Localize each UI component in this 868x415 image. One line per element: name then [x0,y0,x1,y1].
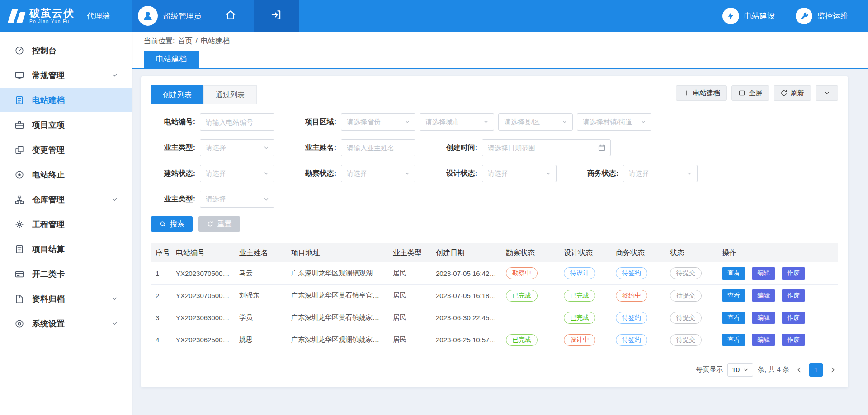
cell-index: 2 [151,284,171,307]
cell-created: 2023-06-30 22:45:57 [431,307,501,329]
sidebar-item-project-initiation[interactable]: 项目立项 [0,112,132,137]
owner-type-select[interactable]: 请选择 [200,139,274,156]
owner-type2-select[interactable]: 请选择 [200,191,274,208]
edit-button[interactable]: 编辑 [752,289,775,302]
owner-type-label: 业主类型: [151,143,195,153]
calculator-icon [14,244,25,255]
dashboard-icon [14,45,25,56]
county-select[interactable]: 请选择县/区 [498,113,573,131]
cell-survey-status: 勘察中 [501,262,559,284]
col-business-status: 商务状态 [611,243,665,262]
sidebar-item-console[interactable]: 控制台 [0,38,132,63]
tab-station-filing[interactable]: 电站建档 [144,51,199,68]
station-build-action[interactable]: 电站建设 [722,8,775,24]
business-status-select[interactable]: 请选择 [623,165,698,182]
void-button[interactable]: 作废 [782,312,805,324]
sidebar: 控制台 常规管理 电站建档 项 [0,32,132,415]
edit-button[interactable]: 编辑 [752,312,775,324]
breadcrumb-home[interactable]: 首页 [178,37,192,46]
reset-button[interactable]: 重置 [198,216,240,232]
city-select[interactable]: 请选择城市 [420,113,494,131]
view-button[interactable]: 查看 [722,334,745,346]
cell-business-status: 签约中 [611,284,665,307]
prev-page-button[interactable] [794,366,805,374]
build-status-select[interactable]: 请选择 [200,165,274,182]
create-time-label: 创建时间: [433,143,477,153]
chevron-left-icon [795,366,803,374]
logout-button[interactable] [254,0,299,32]
chevron-down-icon [111,72,118,79]
void-button[interactable]: 作废 [782,267,805,280]
cell-address: 广东深圳龙华区黄石镇姚家庄... [287,307,388,329]
cell-owner-name: 刘强东 [235,284,287,307]
chevron-down-icon [111,320,118,327]
tab-create-list[interactable]: 创建列表 [151,85,203,104]
sidebar-item-station-termination[interactable]: 电站终止 [0,162,132,187]
chevron-down-icon [404,119,410,125]
reset-icon [207,220,214,228]
next-page-button[interactable] [827,366,838,374]
sidebar-item-warehouse-management[interactable]: 仓库管理 [0,187,132,212]
cell-owner-name: 马云 [235,262,287,284]
breadcrumb-separator: / [195,37,197,45]
user-menu[interactable]: 超级管理员 [132,0,208,32]
collapse-toolbar-button[interactable] [816,85,838,101]
sidebar-item-general-management[interactable]: 常规管理 [0,63,132,88]
view-button[interactable]: 查看 [722,312,745,324]
edit-button[interactable]: 编辑 [752,267,775,280]
chevron-down-icon [263,145,269,151]
view-button[interactable]: 查看 [722,289,745,302]
tab-passed-list[interactable]: 通过列表 [203,85,257,104]
cell-actions: 查看 编辑 作废 [717,284,838,307]
view-button[interactable]: 查看 [722,267,745,280]
cell-survey-status: 已完成 [501,329,559,351]
search-icon [159,220,166,228]
survey-status-select[interactable]: 请选择 [341,165,415,182]
sidebar-item-engineering-management[interactable]: 工程管理 [0,212,132,237]
col-created: 创建日期 [431,243,501,262]
sidebar-item-data-archive[interactable]: 资料归档 [0,286,132,311]
per-page-select[interactable]: 10 [727,363,753,377]
pagination: 每页显示 10 条, 共 4 条 1 [151,363,838,377]
town-select[interactable]: 请选择村镇/街道 [577,113,651,131]
business-status-label: 商务状态: [574,169,618,178]
lightning-icon [722,8,739,24]
cell-address: 广东深圳龙华区观澜镇姚家庄... [287,329,388,351]
monitoring-action[interactable]: 监控运维 [796,8,848,24]
breadcrumb: 当前位置: 首页 / 电站建档 [132,32,868,51]
divider [81,10,81,22]
status-badge: 设计中 [564,334,595,346]
status-badge: 待提交 [670,312,702,324]
void-button[interactable]: 作废 [782,289,805,302]
chevron-down-icon [686,170,693,177]
station-code-input[interactable] [200,113,274,131]
sidebar-item-system-settings[interactable]: 系统设置 [0,311,132,336]
edit-button[interactable]: 编辑 [752,334,775,346]
search-button[interactable]: 搜索 [151,216,193,232]
table-row: 2 YX2023070500010 刘强东 广东深圳龙华区黄石镇皇官大... 居… [151,284,838,307]
province-select[interactable]: 请选择省份 [341,113,415,131]
refresh-button[interactable]: 刷新 [774,85,811,101]
list-card: 创建列表 通过列表 电站建档 全屏 [141,76,848,387]
status-badge: 已完成 [506,290,538,302]
date-range-input[interactable] [482,139,611,156]
build-status-label: 建站状态: [151,169,195,178]
sidebar-item-project-settlement[interactable]: 项目结算 [0,237,132,261]
page-number[interactable]: 1 [809,363,823,377]
sidebar-item-change-management[interactable]: 变更管理 [0,137,132,162]
owner-name-input[interactable] [341,139,415,156]
fullscreen-button[interactable]: 全屏 [731,85,769,101]
per-page-label: 每页显示 [696,365,723,374]
col-design-status: 设计状态 [559,243,611,262]
create-station-button[interactable]: 电站建档 [676,85,727,101]
sidebar-item-class2-card[interactable]: 开二类卡 [0,261,132,286]
home-button[interactable] [208,0,254,32]
cell-design-status: 待设计 [559,262,611,284]
breadcrumb-prefix: 当前位置: [144,37,175,46]
void-button[interactable]: 作废 [782,334,805,346]
chevron-down-icon [263,170,269,177]
design-status-select[interactable]: 请选择 [482,165,557,182]
sidebar-item-station-filing[interactable]: 电站建档 [0,88,132,112]
sitemap-icon [14,194,25,205]
main-content: 当前位置: 首页 / 电站建档 电站建档 创建列表 通过列表 [132,32,868,415]
